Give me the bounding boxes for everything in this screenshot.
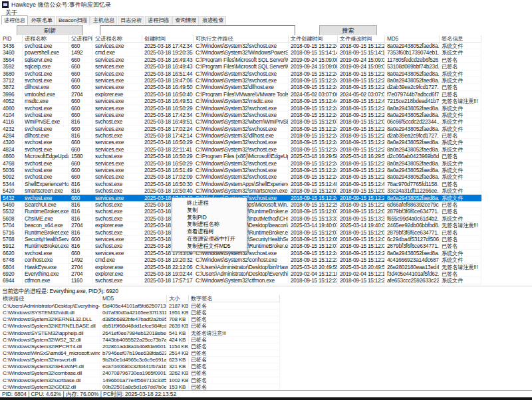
table-row[interactable]: 3996vmtoolsd.exe2704explorer.exe2025-03-… <box>1 91 481 98</box>
module-row[interactable]: C:\Windows\System32\KERNELBASE.dlldb51f9… <box>1 323 280 330</box>
tab-6[interactable]: 进程扫描 <box>145 16 172 25</box>
table-cell: 已签名 <box>440 91 481 98</box>
table-cell: 2018-09-15 15:12:24 <box>338 167 385 173</box>
column-header[interactable]: 进程名称 <box>23 35 69 42</box>
table-cell: 2018-09-15 15:12:07 <box>289 118 338 125</box>
table-row[interactable]: 4116WmiPrvSE.exe816svchost.exe2025-03-18… <box>1 118 481 125</box>
table-cell: services.exe <box>93 139 142 146</box>
table-cell: 已签名 <box>440 132 481 139</box>
table-row[interactable]: 4052msdtc.exe660services.exe2025-03-18 1… <box>1 98 481 104</box>
tab-4[interactable]: 主机信息 <box>90 16 117 25</box>
table-cell: services.exe <box>93 236 142 243</box>
table-row[interactable]: 5092svchost.exe660services.exe2025-03-18… <box>1 173 481 180</box>
table-cell: sqlservr.exe <box>23 56 69 63</box>
module-row[interactable]: C:\Windows\System32\msvcrt.dll9b2b0e1d49… <box>1 357 280 363</box>
module-row[interactable]: C:\Windows\System32\SHLWAPI.dlleca7d4068… <box>1 363 280 370</box>
table-cell: 3996 <box>1 91 23 98</box>
module-cell: db51f9f68d48dd1efce984fcd1... <box>100 323 167 330</box>
table-row[interactable]: 4320svchost.exe660services.exe2025-03-18… <box>1 139 481 146</box>
table-row[interactable]: 3564sqlservr.exe660services.exe2025-03-1… <box>1 56 481 63</box>
table-cell: 2018-09-15 15:12:24 <box>289 195 338 201</box>
table-cell: services.exe <box>93 56 142 63</box>
module-row[interactable]: C:\Windows\WinSxS\amd64_microsoft.window… <box>1 350 280 357</box>
table-cell: explorer.exe <box>93 270 142 277</box>
module-column-header[interactable]: 模块路径 <box>1 295 100 302</box>
module-row[interactable]: C:\Windows\System32\KERNEL32.DLLd385b688… <box>1 316 280 323</box>
table-cell: C:\Windows\System32\svchost.exe <box>194 173 289 180</box>
table-cell: 8a0a29438052faed8a... <box>385 146 440 153</box>
table-cell: 660 <box>69 98 93 104</box>
table-cell: 660 <box>69 160 93 167</box>
context-menu-item-7[interactable]: 复制进程文件MD5 <box>172 243 247 250</box>
column-header[interactable]: 父进程名称 <box>93 35 142 42</box>
table-cell: C:\Windows\System32\svchost.exe <box>194 105 289 112</box>
module-row[interactable]: C:\Windows\System32\RPCRT4.dll202861add8… <box>1 344 280 350</box>
context-menu-item-1[interactable]: 终止进程 <box>172 199 247 207</box>
tab-7[interactable]: 查询情报 <box>172 16 199 25</box>
tab-3[interactable]: Beacon扫描 <box>56 16 90 25</box>
column-header[interactable]: PID <box>1 35 23 42</box>
module-row[interactable]: C:\Users\Administrator\Desktop\Everythin… <box>1 303 280 310</box>
module-column-header[interactable]: MD5 <box>100 295 167 302</box>
tab-2[interactable]: 外联名单 <box>29 16 55 25</box>
table-row[interactable]: 3436svchost.exe660services.exe2025-03-18… <box>1 43 481 49</box>
table-row[interactable]: 4860MicrosoftEdgeUpdate...1580svchost.ex… <box>1 153 481 159</box>
table-row[interactable]: 6804HawkEye.exe2704explorer.exe2025-03-1… <box>1 264 481 270</box>
module-row[interactable]: C:\Windows\SYSTEM32\apphelp.dll2641ef0ee… <box>1 330 280 337</box>
table-row[interactable]: 3592sqlceip.exe660services.exe2025-03-18… <box>1 63 481 70</box>
column-header[interactable]: 文件修改时间 <box>338 35 385 42</box>
tab-8[interactable]: 痕迹检查 <box>200 16 226 25</box>
column-header[interactable]: 签名信息 <box>440 35 481 42</box>
table-row[interactable]: 6944ctfmon.exe1160svchost.exe2025-03-18 … <box>1 277 481 284</box>
column-header[interactable]: 可执行文件路径 <box>194 35 289 42</box>
table-row[interactable]: 4768svchost.exe660services.exe2025-03-18… <box>1 160 481 167</box>
module-row[interactable]: C:\Windows\System32\WS2_32.dll7443bb4055… <box>1 337 280 344</box>
table-cell: C:\Windows\System32\ctfmon.exe <box>194 277 289 284</box>
table-cell: 5608 <box>1 215 23 222</box>
table-row[interactable]: 4104svchost.exe660services.exe2025-03-18… <box>1 112 481 118</box>
module-row[interactable]: C:\Windows\System32\ucrtbase.dll1496601a… <box>1 377 280 384</box>
context-menu-item-4[interactable]: 复制进程名称 <box>172 221 247 228</box>
table-cell: 2025-03-18 19:47:06 <box>142 77 194 84</box>
table-cell: Everything.exe <box>23 270 69 277</box>
tab-5[interactable]: 日志分析 <box>118 16 144 25</box>
table-row[interactable]: 3872dllhost.exe660services.exe2025-03-18… <box>1 84 481 90</box>
table-row[interactable]: 6920Everything.exe2704explorer.exe2025-0… <box>1 270 481 277</box>
table-row[interactable]: 4824svchost.exe660services.exe2025-03-18… <box>1 146 481 153</box>
table-row[interactable]: 4232svchost.exe660services.exe2025-03-18… <box>1 126 481 132</box>
context-menu-item-5[interactable]: 查看进程树 <box>172 228 247 235</box>
table-cell: services.exe <box>93 43 142 49</box>
table-cell: C:\Windows\System32\svchost.exe <box>194 77 289 84</box>
context-menu-item-3[interactable]: 复制PID <box>172 214 247 221</box>
table-row[interactable]: 4284dllhost.exe816svchost.exe2025-03-18 … <box>1 132 481 139</box>
table-cell: svchost.exe <box>23 105 69 112</box>
table-row[interactable]: 5344ShellExperienceHost.e...816svchost.e… <box>1 181 481 187</box>
module-column-header[interactable]: 大小 <box>167 295 189 302</box>
column-header[interactable]: 创建时间 <box>142 35 194 42</box>
module-column-header[interactable]: 数字签名 <box>189 295 280 302</box>
context-menu-item-6[interactable]: 在资源管理器中打开 <box>172 235 247 243</box>
column-header[interactable]: 文件创建时间 <box>289 35 338 42</box>
table-cell: 2025-03-18 16:29:58 <box>338 153 385 159</box>
module-cell: 240708796730ea1965f09011d... <box>100 370 167 377</box>
table-row[interactable]: 5036svchost.exe660services.exe2025-03-18… <box>1 167 481 173</box>
table-cell: 117805fedcd2eb6f526... <box>385 56 440 63</box>
column-header[interactable]: 父进程PID <box>69 35 93 42</box>
table-row[interactable]: 4080svchost.exe660services.exe2025-03-18… <box>1 105 481 112</box>
table-cell: 1492 <box>69 256 93 263</box>
table-cell: 2019-02-04 15:12:10 <box>289 270 338 277</box>
table-cell: 已签名 <box>440 229 481 236</box>
table-row[interactable]: 5420smartscreen.exe816svchost.exe2025-03… <box>1 187 481 194</box>
table-row[interactable]: 3460powershell.exe1492cmd.exe2025-03-18 … <box>1 49 481 56</box>
tab-1[interactable]: 进程信息 <box>1 15 28 25</box>
module-row[interactable]: C:\Windows\System32\combase.dll240708796… <box>1 370 280 377</box>
table-row[interactable]: 3680svchost.exe660services.exe2025-03-18… <box>1 70 481 77</box>
table-cell: svchost.exe <box>93 208 142 215</box>
table-cell: 已签名 <box>440 56 481 63</box>
table-row[interactable]: 6748conhost.exe1492cmd.exe2025-03-18 19:… <box>1 256 481 263</box>
context-menu-item-2[interactable]: 复制 <box>172 207 247 214</box>
table-row[interactable]: 3712svchost.exe660services.exe2025-03-18… <box>1 77 481 84</box>
table-cell: 8a0a29438052faed8a... <box>385 126 440 132</box>
column-header[interactable]: MD5 <box>385 35 440 42</box>
module-row[interactable]: C:\Windows\SYSTEM32\ntdll.dll0d7af30d0a4… <box>1 310 280 316</box>
